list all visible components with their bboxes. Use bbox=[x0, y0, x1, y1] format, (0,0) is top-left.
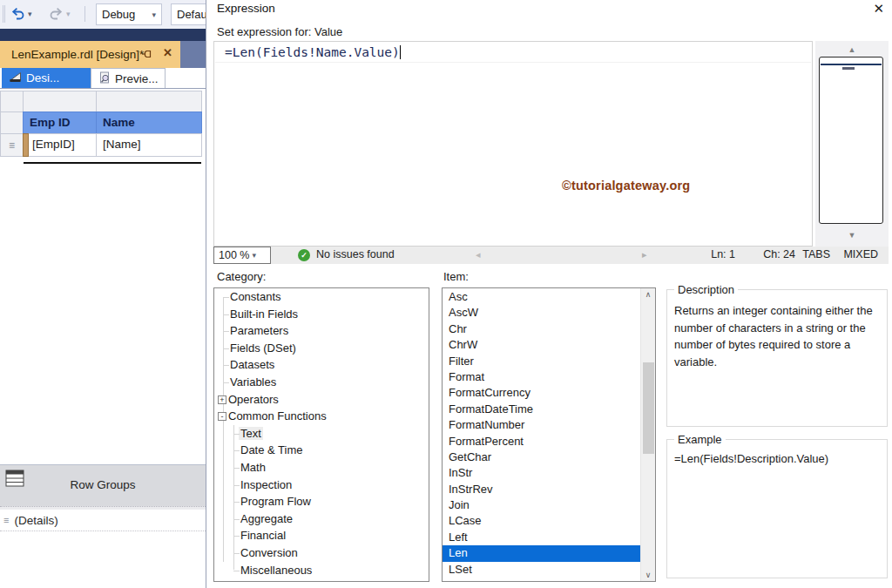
scroll-down-icon[interactable]: ▼ bbox=[815, 231, 889, 240]
function-item[interactable]: InStr bbox=[443, 465, 640, 481]
pin-icon[interactable] bbox=[141, 49, 152, 63]
zoom-dropdown[interactable]: 100 % ▾ bbox=[213, 247, 271, 264]
function-item[interactable]: Filter bbox=[443, 354, 640, 369]
category-item-label: Program Flow bbox=[240, 495, 311, 508]
tab-preview[interactable]: Previe... bbox=[91, 68, 166, 88]
category-item[interactable]: Datasets bbox=[214, 356, 429, 374]
category-item[interactable]: Program Flow bbox=[214, 493, 429, 510]
scroll-down-icon[interactable]: ∨ bbox=[641, 571, 655, 579]
scroll-up-icon[interactable]: ▲ bbox=[815, 45, 889, 54]
function-item[interactable]: LTrim bbox=[443, 578, 640, 581]
platform-dropdown[interactable]: Defaul bbox=[171, 3, 206, 25]
mixed-indicator: MIXED bbox=[843, 248, 878, 260]
row-groups-panel-header: Row Groups bbox=[0, 464, 206, 506]
close-icon[interactable]: ✕ bbox=[873, 1, 884, 17]
map-code-line bbox=[821, 64, 882, 65]
function-item[interactable]: FormatPercent bbox=[443, 434, 640, 449]
category-item-label: Date & Time bbox=[240, 443, 303, 456]
category-item[interactable]: Financial bbox=[214, 527, 429, 544]
function-item-label: LCase bbox=[449, 514, 482, 527]
tab-design[interactable]: Desi... bbox=[2, 68, 91, 88]
function-item[interactable]: FormatDateTime bbox=[443, 402, 640, 417]
undo-dropdown-caret[interactable]: ▾ bbox=[28, 10, 32, 18]
table-header-cell[interactable]: Emp ID bbox=[23, 112, 97, 134]
function-item-label: AscW bbox=[449, 306, 478, 319]
tree-expander-icon[interactable]: + bbox=[218, 395, 226, 404]
function-item[interactable]: ChrW bbox=[443, 337, 640, 353]
function-item[interactable]: FormatNumber bbox=[443, 417, 640, 433]
redo-dropdown-caret[interactable]: ▾ bbox=[66, 10, 71, 18]
category-item[interactable]: Constants bbox=[214, 288, 429, 306]
row-handle-cell[interactable] bbox=[0, 112, 24, 134]
map-text-mark bbox=[842, 67, 855, 70]
category-item-label: Text bbox=[239, 427, 263, 440]
category-item-label: Financial bbox=[240, 529, 286, 542]
function-item[interactable]: AscW bbox=[443, 305, 640, 321]
editor-scrollbar[interactable]: ▲ ▼ bbox=[815, 41, 889, 247]
category-item-label: Aggregate bbox=[240, 512, 293, 525]
function-item[interactable]: Asc bbox=[443, 289, 640, 305]
category-item[interactable]: Aggregate bbox=[214, 510, 429, 528]
report-design-surface[interactable]: Emp ID Name ≡ [EmpID] [Name] bbox=[0, 89, 206, 464]
debug-config-dropdown[interactable]: Debug ▾ bbox=[96, 3, 162, 25]
table-data-cell[interactable]: [Name] bbox=[96, 133, 202, 157]
category-item[interactable]: Inspection bbox=[214, 476, 429, 494]
function-item[interactable]: Left bbox=[443, 530, 640, 545]
description-groupbox: Description Returns an integer containin… bbox=[666, 289, 888, 427]
watermark: ©tutorialgateway.org bbox=[562, 179, 690, 193]
function-item[interactable]: LCase bbox=[443, 513, 640, 529]
column-handle-cell[interactable] bbox=[23, 91, 97, 112]
scroll-right-icon[interactable]: ▸ bbox=[642, 249, 647, 260]
expression-text: =Len(Fields!Name.Value) bbox=[225, 45, 400, 59]
table-underline bbox=[24, 162, 201, 164]
category-item[interactable]: - Common Functions bbox=[214, 408, 429, 425]
function-item-label: GetChar bbox=[449, 450, 491, 463]
function-item[interactable]: Join bbox=[443, 497, 640, 513]
tree-expander-icon[interactable]: - bbox=[218, 412, 226, 421]
scrollbar-thumb[interactable] bbox=[643, 362, 654, 454]
function-item[interactable]: Format bbox=[443, 369, 640, 385]
toolbar-grip[interactable] bbox=[3, 5, 5, 23]
category-item[interactable]: + Operators bbox=[214, 391, 429, 409]
scroll-up-icon[interactable]: ∧ bbox=[641, 290, 655, 299]
function-item[interactable]: Chr bbox=[443, 321, 640, 337]
app-window: ▾ ▾ Debug ▾ Defaul LenExample.rdl [Desig… bbox=[0, 0, 892, 588]
row-handle-cell[interactable]: ≡ bbox=[0, 133, 24, 157]
category-item[interactable]: Conversion bbox=[214, 544, 429, 562]
scroll-left-icon[interactable]: ◂ bbox=[476, 249, 481, 260]
row-group-details[interactable]: ≡ (Details) bbox=[0, 510, 206, 531]
undo-button[interactable]: ▾ bbox=[10, 3, 32, 24]
function-item[interactable]: LSet bbox=[443, 562, 640, 578]
function-item[interactable]: InStrRev bbox=[443, 482, 640, 497]
function-item[interactable]: GetChar bbox=[443, 449, 640, 465]
table-data-cell[interactable]: [EmpID] bbox=[23, 133, 97, 157]
description-title: Description bbox=[674, 283, 738, 296]
document-tab[interactable]: LenExample.rdl [Design]* ✕ bbox=[0, 41, 180, 68]
category-item[interactable]: Date & Time bbox=[214, 442, 429, 459]
column-handle-cell[interactable] bbox=[96, 91, 202, 112]
category-item[interactable]: Text bbox=[214, 425, 429, 443]
category-item[interactable]: Miscellaneous bbox=[214, 562, 429, 579]
cell-empid: [EmpID] bbox=[24, 134, 96, 155]
function-item-label: FormatNumber bbox=[449, 418, 524, 431]
category-tree: Constants Built-in Fields Parameters Fie… bbox=[213, 287, 429, 582]
category-item[interactable]: Math bbox=[214, 459, 429, 476]
header-name: Name bbox=[97, 112, 201, 133]
category-item[interactable]: Built-in Fields bbox=[214, 306, 429, 323]
editor-status-bar: 100 % ▾ ✓ No issues found ◂ ▸ Ln: 1 Ch: … bbox=[213, 247, 889, 264]
item-list-scrollbar[interactable]: ∧ ∨ bbox=[640, 288, 655, 581]
redo-button[interactable]: ▾ bbox=[49, 3, 71, 24]
drag-handle-icon[interactable]: ≡ bbox=[1, 134, 23, 157]
table-header-cell[interactable]: Name bbox=[96, 112, 202, 134]
expression-code-line[interactable]: =Len(Fields!Name.Value) bbox=[215, 43, 811, 63]
close-document-icon[interactable]: ✕ bbox=[163, 46, 172, 59]
category-item[interactable]: Parameters bbox=[214, 322, 429, 340]
function-item[interactable]: Len bbox=[443, 545, 640, 561]
scrollbar-map[interactable] bbox=[819, 57, 883, 224]
category-item[interactable]: Fields (DSet) bbox=[214, 340, 429, 357]
corner-handle-cell[interactable] bbox=[0, 91, 24, 112]
item-listbox: Asc AscW Chr ChrW Filter Format FormatCu… bbox=[442, 287, 656, 582]
category-item[interactable]: Variables bbox=[214, 374, 429, 391]
expression-editor[interactable]: =Len(Fields!Name.Value) ©tutorialgateway… bbox=[213, 41, 813, 247]
function-item[interactable]: FormatCurrency bbox=[443, 385, 640, 401]
